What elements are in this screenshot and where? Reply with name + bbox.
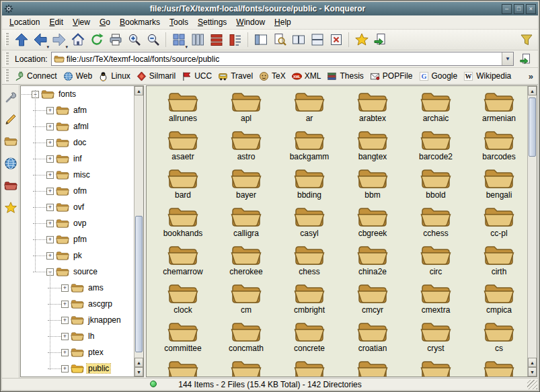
folder-partial[interactable] — [467, 358, 527, 377]
folder-cirth[interactable]: cirth — [467, 243, 527, 281]
icon-view-button[interactable]: ▾ — [169, 31, 188, 49]
document-go-button[interactable] — [371, 31, 389, 49]
folder-chemarrow[interactable]: chemarrow — [151, 243, 215, 281]
folder-casyl[interactable]: casyl — [278, 204, 341, 243]
folder-concrete[interactable]: concrete — [278, 319, 341, 358]
folder-chess[interactable]: chess — [278, 243, 341, 281]
menu-bookmarks[interactable]: Bookmarks — [115, 16, 165, 28]
tree-expander-icon[interactable]: + — [46, 252, 54, 260]
folder-china2e[interactable]: china2e — [341, 243, 404, 281]
bookmark-button[interactable] — [352, 31, 371, 49]
tree-expander-icon[interactable]: + — [46, 220, 54, 227]
tree-item-jknappen[interactable]: +jknappen — [21, 312, 134, 328]
folder-cmpica[interactable]: cmpica — [467, 281, 527, 319]
text-view-button[interactable] — [226, 31, 244, 49]
tree-item-inf[interactable]: +inf — [21, 151, 134, 167]
folder-archaic[interactable]: archaic — [404, 89, 467, 128]
folder-circ[interactable]: circ — [404, 243, 467, 281]
location-combobox[interactable]: ▼ — [51, 52, 514, 66]
toolbar-handle[interactable] — [5, 33, 9, 46]
main-scroll-track[interactable] — [528, 95, 537, 358]
forward-button[interactable]: ▾ — [50, 31, 68, 49]
folder-ar[interactable]: ar — [278, 89, 341, 128]
folder-cryst[interactable]: cryst — [404, 319, 467, 358]
folder-apl[interactable]: apl — [215, 89, 278, 128]
close-button[interactable]: × — [526, 4, 536, 14]
root-folder-tab[interactable] — [4, 179, 17, 192]
bookmark-ucc[interactable]: UCC — [179, 70, 215, 83]
tree-item-lh[interactable]: +lh — [21, 328, 134, 344]
icon-view[interactable]: allrunesaplararabtexarchaicarmenianasaet… — [147, 86, 527, 377]
filter-button[interactable] — [517, 31, 535, 49]
folder-bbding[interactable]: bbding — [278, 166, 341, 204]
tree-item-pfm[interactable]: +pfm — [21, 231, 134, 247]
folder-partial[interactable] — [341, 358, 404, 377]
tree-item-afml[interactable]: +afml — [21, 118, 134, 134]
folder-bbm[interactable]: bbm — [341, 166, 404, 204]
split-view-left-right-button[interactable] — [289, 31, 307, 49]
folder-barcode2[interactable]: barcode2 — [404, 128, 467, 166]
location-toolbar-handle[interactable] — [5, 52, 9, 66]
folder-concmath[interactable]: concmath — [215, 319, 278, 358]
folder-calligra[interactable]: calligra — [215, 204, 278, 243]
location-input[interactable] — [65, 54, 502, 64]
tree-expander-icon[interactable]: + — [61, 333, 69, 340]
menu-settings[interactable]: Settings — [193, 16, 231, 28]
menu-help[interactable]: Help — [270, 16, 296, 28]
bookmark-xml[interactable]: XMLXML — [289, 70, 324, 83]
folder-partial[interactable] — [278, 358, 341, 377]
main-scroll-thumb[interactable] — [529, 97, 536, 157]
tree-expander-icon[interactable]: + — [46, 188, 54, 195]
tree-item-ofm[interactable]: +ofm — [21, 183, 134, 199]
folder-bookhands[interactable]: bookhands — [151, 204, 215, 243]
tree-item-ptex[interactable]: +ptex — [21, 344, 134, 360]
tree-item-doc[interactable]: +doc — [21, 134, 134, 151]
close-view-button[interactable] — [327, 31, 345, 49]
maximize-button[interactable]: □ — [514, 4, 524, 14]
folder-bbold[interactable]: bbold — [404, 166, 467, 204]
folder-croatian[interactable]: croatian — [341, 319, 404, 358]
split-view-top-bottom-button[interactable] — [308, 31, 326, 49]
zoom-in-button[interactable] — [125, 31, 143, 49]
folder-cchess[interactable]: cchess — [404, 204, 467, 243]
menu-go[interactable]: Go — [95, 16, 115, 28]
folder-cherokee[interactable]: cherokee — [215, 243, 278, 281]
minimize-button[interactable]: – — [502, 4, 512, 14]
folder-bard[interactable]: bard — [151, 166, 215, 204]
bookmark-connect[interactable]: Connect — [11, 70, 60, 83]
folder-clock[interactable]: clock — [151, 281, 215, 319]
tree-item-ovp[interactable]: +ovp — [21, 215, 134, 231]
bookmark-travel[interactable]: Travel — [215, 70, 256, 83]
main-scroll-down-button[interactable]: ▼ — [528, 367, 537, 377]
multicolumn-view-button[interactable] — [188, 31, 206, 49]
bookmark-tex[interactable]: TeX — [256, 70, 288, 83]
tree-item-source[interactable]: −source — [21, 264, 134, 280]
services-tab[interactable] — [4, 90, 17, 104]
location-dropdown-button[interactable]: ▼ — [502, 52, 513, 65]
tree-expander-icon[interactable]: + — [46, 236, 54, 243]
folder-bengali[interactable]: bengali — [467, 166, 527, 204]
folder-partial[interactable] — [151, 358, 215, 377]
find-file-button[interactable] — [270, 31, 288, 49]
tree-item-ams[interactable]: +ams — [21, 280, 134, 296]
folder-cs[interactable]: cs — [467, 319, 527, 358]
tree-expander-icon[interactable]: + — [46, 107, 54, 114]
folder-barcodes[interactable]: barcodes — [467, 128, 527, 166]
tree-expander-icon[interactable]: + — [46, 171, 54, 179]
folder-cmcyr[interactable]: cmcyr — [341, 281, 404, 319]
tree-expander-icon[interactable]: + — [46, 155, 54, 163]
tree-expander-icon[interactable]: + — [46, 204, 54, 211]
folder-partial[interactable] — [215, 358, 278, 377]
detailed-list-view-button[interactable] — [207, 31, 225, 49]
zoom-out-button[interactable] — [144, 31, 162, 49]
titlebar[interactable]: file:/usr/TeX/texmf-local/fonts/source/p… — [2, 2, 538, 15]
folder-backgamm[interactable]: backgamm — [278, 128, 341, 166]
folder-committee[interactable]: committee — [151, 319, 215, 358]
folder-cc-pl[interactable]: cc-pl — [467, 204, 527, 243]
tree-scrollbar[interactable]: ▲ ▲ ▼ — [134, 86, 143, 377]
tree-item-ovf[interactable]: +ovf — [21, 199, 134, 215]
folder-partial[interactable] — [404, 358, 467, 377]
back-button[interactable]: ▾ — [31, 31, 49, 49]
folder-asaetr[interactable]: asaetr — [151, 128, 215, 166]
folder-cm[interactable]: cm — [215, 281, 278, 319]
